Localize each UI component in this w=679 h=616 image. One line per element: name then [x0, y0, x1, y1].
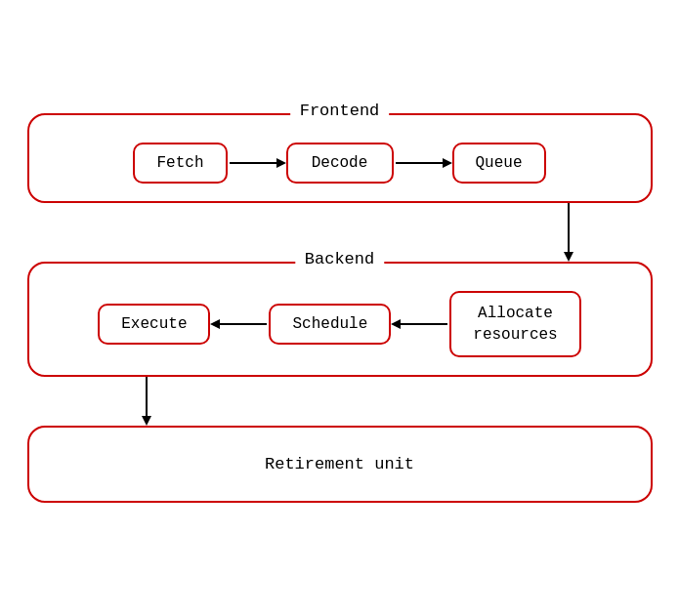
fetch-node: Fetch [133, 143, 227, 184]
retirement-unit: Retirement unit [27, 426, 653, 503]
backend-nodes-row: Execute Schedule [49, 291, 631, 358]
frontend-nodes-row: Fetch Decode Queue [49, 143, 631, 184]
execute-node: Execute [98, 304, 210, 345]
svg-marker-7 [210, 319, 220, 329]
svg-marker-11 [142, 416, 151, 426]
backend-group: Backend Execute Schedule [27, 262, 653, 378]
arrow-fetch-decode [228, 151, 286, 175]
allocate-node: Allocateresources [449, 291, 580, 358]
svg-marker-1 [276, 158, 286, 168]
frontend-group: Frontend Fetch Decode [27, 113, 653, 203]
decode-node: Decode [286, 143, 394, 184]
schedule-node: Schedule [269, 304, 391, 345]
arrow-allocate-schedule [391, 312, 449, 336]
arrow-decode-queue [394, 151, 452, 175]
queue-node: Queue [452, 143, 546, 184]
diagram: Frontend Fetch Decode [18, 113, 662, 504]
svg-marker-3 [443, 158, 452, 168]
backend-label: Backend [295, 250, 384, 268]
svg-marker-5 [564, 252, 573, 262]
svg-marker-9 [391, 319, 401, 329]
arrow-execute-retirement [27, 377, 653, 426]
frontend-label: Frontend [290, 102, 390, 120]
arrow-schedule-execute [210, 312, 269, 336]
